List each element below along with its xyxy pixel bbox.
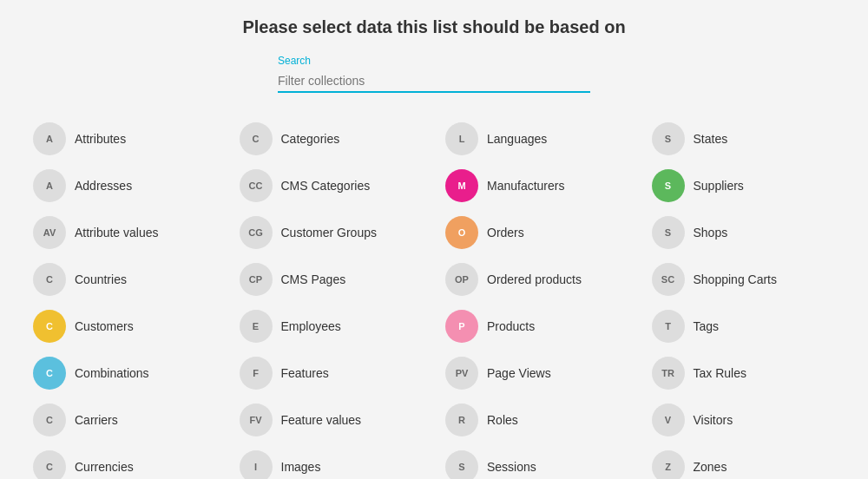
collection-item[interactable]: FFeatures	[233, 351, 431, 395]
collection-badge: CC	[240, 169, 273, 202]
collection-badge: E	[240, 310, 273, 343]
collection-badge: O	[445, 216, 478, 249]
collections-grid: AAttributesCCategoriesLLanguagesSStatesA…	[26, 117, 842, 479]
collection-item[interactable]: MManufacturers	[438, 164, 636, 207]
collection-label: Zones	[694, 460, 727, 474]
collection-item[interactable]: RRoles	[438, 398, 636, 442]
collection-label: Orders	[487, 226, 524, 240]
collection-item[interactable]: TRTax Rules	[645, 351, 843, 395]
collection-label: Roles	[487, 413, 518, 427]
collection-label: Employees	[281, 319, 341, 333]
collection-label: Customer Groups	[281, 226, 377, 240]
collection-badge: T	[652, 310, 685, 343]
page-title: Please select data this list should be b…	[26, 17, 842, 37]
collection-label: Images	[281, 460, 321, 474]
collection-label: CMS Pages	[281, 272, 346, 286]
search-input[interactable]	[278, 70, 590, 93]
collection-badge: S	[652, 122, 685, 155]
collection-label: Shopping Carts	[694, 272, 778, 286]
collection-label: Tax Rules	[694, 366, 746, 380]
collection-badge: C	[33, 357, 66, 390]
collection-badge: PV	[445, 357, 478, 390]
collection-badge: R	[445, 404, 478, 436]
collection-label: Shops	[694, 226, 728, 240]
collection-label: Carriers	[75, 413, 118, 427]
collection-item[interactable]: PVPage Views	[438, 351, 636, 395]
collection-badge: A	[33, 169, 66, 202]
collection-label: Categories	[281, 132, 340, 146]
search-label: Search	[278, 55, 311, 67]
collection-label: Languages	[487, 132, 547, 146]
collection-item[interactable]: CGCustomer Groups	[233, 211, 431, 254]
collection-label: Attributes	[75, 132, 126, 146]
collection-item[interactable]: CCCMS Categories	[233, 164, 431, 207]
collection-label: Combinations	[75, 366, 149, 380]
collection-item[interactable]: CCustomers	[26, 305, 224, 348]
collection-badge: CP	[240, 263, 273, 296]
collection-item[interactable]: AVAttribute values	[26, 211, 224, 254]
collection-item[interactable]: LLanguages	[438, 117, 636, 161]
collection-badge: C	[33, 450, 66, 479]
collection-badge: C	[240, 122, 273, 155]
collection-label: Countries	[75, 272, 127, 286]
collection-badge: FV	[240, 404, 273, 436]
collection-badge: S	[445, 450, 478, 479]
collection-badge: C	[33, 310, 66, 343]
collection-label: Products	[487, 319, 535, 333]
collection-item[interactable]: TTags	[645, 305, 843, 348]
collection-item[interactable]: VVisitors	[645, 398, 843, 442]
collection-label: Sessions	[487, 460, 536, 474]
collection-badge: P	[445, 310, 478, 343]
collection-badge: A	[33, 122, 66, 155]
collection-label: Customers	[75, 319, 134, 333]
collection-label: Addresses	[75, 179, 132, 193]
collection-badge: S	[652, 216, 685, 249]
collection-label: States	[694, 132, 728, 146]
collection-item[interactable]: IImages	[233, 445, 431, 479]
collection-badge: AV	[33, 216, 66, 249]
collection-label: Manufacturers	[487, 179, 564, 193]
collection-item[interactable]: SCShopping Carts	[645, 258, 843, 301]
collection-label: Visitors	[694, 413, 733, 427]
collection-badge: F	[240, 357, 273, 390]
collection-label: Features	[281, 366, 329, 380]
collection-item[interactable]: PProducts	[438, 305, 636, 348]
collection-badge: CG	[240, 216, 273, 249]
collection-item[interactable]: CCarriers	[26, 398, 224, 442]
collection-label: Tags	[694, 319, 720, 333]
collection-label: Suppliers	[694, 179, 744, 193]
collection-item[interactable]: EEmployees	[233, 305, 431, 348]
collection-badge: I	[240, 450, 273, 479]
collection-badge: TR	[652, 357, 685, 390]
collection-item[interactable]: CCombinations	[26, 351, 224, 395]
collection-badge: L	[445, 122, 478, 155]
collection-badge: S	[652, 169, 685, 202]
search-container: Search	[26, 55, 842, 93]
collection-label: CMS Categories	[281, 179, 371, 193]
collection-badge: SC	[652, 263, 685, 296]
collection-badge: OP	[445, 263, 478, 296]
collection-badge: Z	[652, 450, 685, 479]
collection-item[interactable]: AAddresses	[26, 164, 224, 207]
collection-label: Page Views	[487, 366, 551, 380]
collection-item[interactable]: SShops	[645, 211, 843, 254]
collection-label: Ordered products	[487, 272, 582, 286]
collection-item[interactable]: OOrders	[438, 211, 636, 254]
collection-item[interactable]: SSessions	[438, 445, 636, 479]
collection-badge: M	[445, 169, 478, 202]
collection-item[interactable]: CPCMS Pages	[233, 258, 431, 301]
collection-badge: C	[33, 404, 66, 436]
collection-item[interactable]: CCountries	[26, 258, 224, 301]
collection-label: Currencies	[75, 460, 134, 474]
collection-item[interactable]: SSuppliers	[645, 164, 843, 207]
collection-item[interactable]: FVFeature values	[233, 398, 431, 442]
collection-label: Feature values	[281, 413, 362, 427]
collection-label: Attribute values	[75, 226, 159, 240]
collection-item[interactable]: SStates	[645, 117, 843, 161]
collection-item[interactable]: ZZones	[645, 445, 843, 479]
collection-item[interactable]: AAttributes	[26, 117, 224, 161]
collection-item[interactable]: CCurrencies	[26, 445, 224, 479]
collection-item[interactable]: CCategories	[233, 117, 431, 161]
collection-badge: V	[652, 404, 685, 436]
collection-item[interactable]: OPOrdered products	[438, 258, 636, 301]
